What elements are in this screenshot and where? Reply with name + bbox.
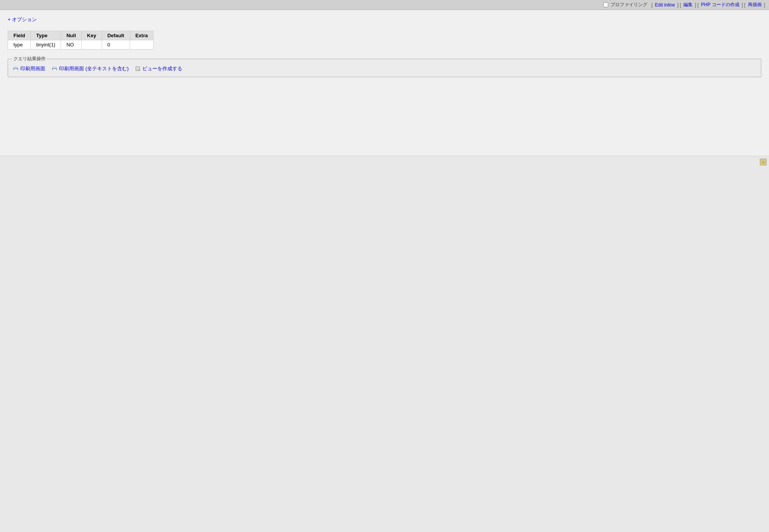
separator-5: ] — [764, 2, 765, 8]
print-screen-full-label: 印刷用画面 (全テキストを含む) — [59, 65, 129, 72]
print-icon-1 — [13, 66, 19, 72]
print-screen-full-link[interactable]: 印刷用画面 (全テキストを含む) — [51, 65, 129, 72]
svg-rect-7 — [136, 67, 140, 68]
main-content: + オプション Field Type Null Key Default Extr… — [0, 10, 769, 156]
top-bar: プロファイリング [ Edit inline ] [ 編集 ] [ PHP コー… — [0, 0, 769, 10]
query-results-section: クエリ結果操作 印刷用画面 — [8, 59, 761, 77]
col-default: Default — [102, 31, 130, 40]
query-results-actions: 印刷用画面 印刷用画面 (全テキストを含む) — [13, 65, 756, 72]
redraw-link[interactable]: 再描画 — [748, 2, 762, 8]
svg-rect-2 — [14, 69, 17, 70]
bottom-area: － — [0, 156, 769, 501]
table-cell — [81, 40, 102, 50]
separator-1: [ — [651, 2, 652, 8]
create-view-link[interactable]: ビューを作成する — [135, 65, 182, 72]
minimize-button[interactable]: － — [760, 159, 767, 165]
col-null: Null — [61, 31, 82, 40]
separator-3: ] [ — [695, 2, 699, 8]
col-type: Type — [31, 31, 61, 40]
print-icon-2 — [51, 66, 58, 72]
svg-rect-4 — [53, 66, 56, 68]
svg-rect-9 — [136, 69, 139, 70]
separator-4: ] [ — [742, 2, 746, 8]
col-field: Field — [8, 31, 31, 40]
table-cell — [130, 40, 153, 50]
profiling-checkbox[interactable] — [603, 2, 608, 7]
col-extra: Extra — [130, 31, 153, 40]
edit-link[interactable]: 編集 — [683, 2, 693, 8]
view-icon — [135, 66, 141, 72]
table-header-row: Field Type Null Key Default Extra — [8, 31, 153, 40]
schema-table: Field Type Null Key Default Extra typeti… — [8, 31, 153, 50]
edit-inline-link[interactable]: Edit inline — [655, 2, 675, 8]
print-screen-link[interactable]: 印刷用画面 — [13, 65, 45, 72]
separator-2: ] [ — [677, 2, 681, 8]
php-code-link[interactable]: PHP コードの作成 — [701, 2, 739, 8]
svg-rect-1 — [14, 66, 17, 68]
table-cell: 0 — [102, 40, 130, 50]
col-key: Key — [81, 31, 102, 40]
table-cell: tinyint(1) — [31, 40, 61, 50]
print-screen-label: 印刷用画面 — [20, 65, 45, 72]
svg-rect-8 — [136, 68, 140, 69]
svg-rect-5 — [53, 69, 56, 70]
create-view-label: ビューを作成する — [142, 65, 182, 72]
options-link[interactable]: + オプション — [8, 16, 37, 23]
query-results-legend: クエリ結果操作 — [12, 56, 47, 62]
table-cell: type — [8, 40, 31, 50]
table-row: typetinyint(1)NO0 — [8, 40, 153, 50]
table-cell: NO — [61, 40, 82, 50]
profiling-label: プロファイリング — [611, 2, 647, 8]
